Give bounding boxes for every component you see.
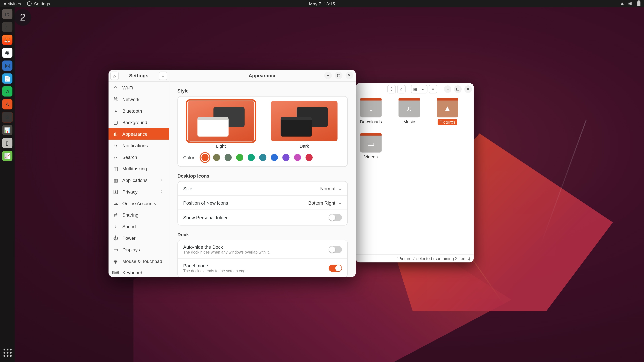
folder-videos[interactable]: ▭Videos xyxy=(358,135,384,159)
sidebar-item-online-accounts[interactable]: ☁Online Accounts xyxy=(108,197,169,209)
accent-swatch[interactable] xyxy=(213,154,220,161)
volume-icon xyxy=(628,2,633,5)
sidebar-item-bluetooth[interactable]: ⌁Bluetooth xyxy=(108,105,169,116)
main-headerbar: Appearance – ▢ ✕ xyxy=(170,70,356,82)
sidebar-item-search[interactable]: ⌕Search xyxy=(108,151,169,163)
accent-swatch[interactable] xyxy=(282,154,290,161)
activities-button[interactable]: Activities xyxy=(4,1,21,6)
icon-position-dropdown[interactable]: Bottom Right xyxy=(308,200,342,205)
folder-pictures[interactable]: ▲Pictures xyxy=(434,99,461,125)
top-panel: Activities Settings May 7 13:15 xyxy=(0,0,644,7)
dock-item-software[interactable]: A xyxy=(2,99,12,109)
folder-music[interactable]: ♫Music xyxy=(396,99,422,125)
nav-icon: ▢ xyxy=(113,119,118,125)
sidebar-item-multitasking[interactable]: ◫Multitasking xyxy=(108,163,169,174)
accent-swatch[interactable] xyxy=(224,154,232,161)
nav-icon: ▦ xyxy=(113,177,118,183)
dock-item-vscode[interactable]: ⋈ xyxy=(2,60,12,71)
accent-swatch[interactable] xyxy=(306,154,312,161)
nav-icon: ⏻ xyxy=(113,235,118,241)
page-title: Appearance xyxy=(249,73,277,78)
style-option-light[interactable]: Light xyxy=(183,101,258,148)
folder-icon: ▭ xyxy=(360,135,382,152)
files-grid[interactable]: ↓Downloads♫Music▲Pictures▭Videos xyxy=(356,95,474,254)
sidebar-item-notifications[interactable]: ○Notifications xyxy=(108,140,169,151)
files-search-button[interactable]: ⌕ xyxy=(397,85,406,93)
panel-mode-toggle[interactable] xyxy=(329,264,342,271)
dock-item-calc[interactable]: 📈 xyxy=(2,151,12,161)
sidebar-item-sound[interactable]: ♪Sound xyxy=(108,221,169,232)
minimize-button[interactable]: – xyxy=(444,85,451,93)
nav-label: Power xyxy=(122,235,136,241)
clock-button[interactable]: May 7 13:15 xyxy=(309,1,335,6)
nav-label: Mouse & Touchpad xyxy=(122,258,162,264)
row-icon-size[interactable]: Size Normal xyxy=(178,181,347,195)
files-kebab-button[interactable]: ⋮ xyxy=(388,85,396,93)
row-show-personal: Show Personal folder xyxy=(178,210,347,225)
accent-swatch[interactable] xyxy=(259,154,266,161)
row-auto-hide: Auto-hide the Dock The dock hides when a… xyxy=(178,240,347,258)
close-button[interactable]: ✕ xyxy=(464,85,472,93)
maximize-button[interactable]: ▢ xyxy=(454,85,462,93)
open-app-indicator[interactable]: Settings xyxy=(27,1,50,6)
dock-item-impress[interactable]: 📊 xyxy=(2,125,12,135)
accent-swatch[interactable] xyxy=(271,154,278,161)
system-menu[interactable] xyxy=(620,1,640,6)
open-app-name: Settings xyxy=(34,1,50,6)
show-apps-button[interactable] xyxy=(2,348,12,358)
files-window: ⋮ ⌕ ▦ ⌄ ≡ – ▢ ✕ ↓Downloads♫Music▲Picture… xyxy=(356,83,474,263)
show-personal-toggle[interactable] xyxy=(329,214,342,221)
dock-item-disk[interactable]: ▯ xyxy=(2,138,12,148)
close-button[interactable]: ✕ xyxy=(346,72,353,79)
sidebar-search-button[interactable]: ⌕ xyxy=(110,71,119,80)
settings-content: Style Light Dark xyxy=(170,82,356,277)
desktop-icons-card: Size Normal Position of New Icons Bottom… xyxy=(178,181,348,226)
sidebar-item-appearance[interactable]: ◐Appearance xyxy=(108,128,169,140)
maximize-button[interactable]: ▢ xyxy=(335,72,342,79)
files-menu-button[interactable]: ≡ xyxy=(429,85,437,93)
style-option-dark[interactable]: Dark xyxy=(267,101,342,148)
style-option-label: Dark xyxy=(300,144,309,148)
row-icon-position[interactable]: Position of New Icons Bottom Right xyxy=(178,195,347,210)
accent-swatch[interactable] xyxy=(236,154,243,161)
sidebar-item-network[interactable]: ⌘Network xyxy=(108,93,169,105)
dock-item-chrome[interactable]: ◉ xyxy=(2,47,12,58)
dock-item-settings[interactable]: ⚙ xyxy=(2,112,12,122)
dock-item-firefox[interactable]: 🦊 xyxy=(2,35,12,45)
nav-icon: ☁ xyxy=(113,200,118,206)
accent-swatch[interactable] xyxy=(248,154,255,161)
files-view-grid-button[interactable]: ▦ xyxy=(411,85,420,93)
sidebar-menu-button[interactable]: ≡ xyxy=(159,71,167,80)
sidebar-item-sharing[interactable]: ⇄Sharing xyxy=(108,209,169,221)
icon-size-dropdown[interactable]: Normal xyxy=(320,185,342,191)
sidebar-item-mouse-touchpad[interactable]: ◉Mouse & Touchpad xyxy=(108,255,169,267)
dock: 🗂 〉 🦊 ◉ ⋈ 📄 ♫ A ⚙ 📊 ▯ 📈 xyxy=(0,7,15,362)
folder-downloads[interactable]: ↓Downloads xyxy=(358,99,384,125)
dock-item-spotify[interactable]: ♫ xyxy=(2,86,12,96)
nav-label: Sound xyxy=(122,224,136,229)
sidebar-item-keyboard[interactable]: ⌨Keyboard xyxy=(108,267,169,277)
color-label: Color xyxy=(183,155,194,160)
sidebar-item-privacy[interactable]: ⚿Privacy〉 xyxy=(108,186,169,198)
sidebar-item-displays[interactable]: ▭Displays xyxy=(108,244,169,255)
dock-item-terminal[interactable]: 〉 xyxy=(2,22,12,32)
sidebar-headerbar: ⌕ Settings ≡ xyxy=(108,70,169,82)
row-label: Auto-hide the Dock xyxy=(183,244,270,250)
sidebar-item-background[interactable]: ▢Background xyxy=(108,116,169,128)
sidebar-item-wi-fi[interactable]: ⌔Wi-Fi xyxy=(108,82,169,93)
nav-icon: ⌕ xyxy=(113,154,118,160)
files-view-dropdown[interactable]: ⌄ xyxy=(419,85,427,93)
sidebar-item-power[interactable]: ⏻Power xyxy=(108,232,169,244)
sidebar-item-applications[interactable]: ▦Applications〉 xyxy=(108,174,169,186)
accent-swatch[interactable] xyxy=(294,154,301,161)
dock-item-files[interactable]: 🗂 xyxy=(2,9,12,19)
nav-icon: ⇄ xyxy=(113,212,118,218)
dock-item-writer[interactable]: 📄 xyxy=(2,73,12,83)
minimize-button[interactable]: – xyxy=(324,72,332,79)
accent-swatch[interactable] xyxy=(202,154,208,161)
auto-hide-toggle[interactable] xyxy=(329,246,342,253)
nav-icon: ▭ xyxy=(113,247,118,252)
folder-icon: ↓ xyxy=(360,99,382,117)
folder-icon: ▲ xyxy=(437,99,458,117)
files-headerbar: ⋮ ⌕ ▦ ⌄ ≡ – ▢ ✕ xyxy=(356,83,474,95)
